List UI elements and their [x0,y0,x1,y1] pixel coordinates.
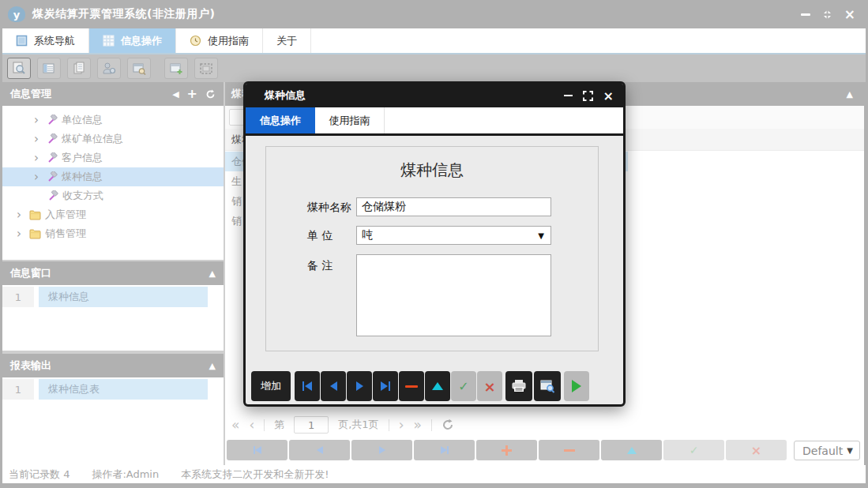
list-item[interactable]: 1 煤种信息 [2,287,224,307]
grid-cell: 销 [231,194,242,208]
record-last-button[interactable] [373,371,398,401]
nav-next-icon [379,446,385,454]
panel-header-info-management[interactable]: 信息管理 ◀ + [2,82,224,106]
tree-item-warehouse-management[interactable]: › 入库管理 [2,205,224,224]
tree-item-label: 煤矿单位信息 [62,132,123,146]
run-button[interactable] [564,371,589,401]
prev-page-icon[interactable]: ‹ [249,419,254,432]
tab-label: 使用指南 [329,114,370,128]
list-item-label: 煤种信息 [39,287,208,307]
record-next-button[interactable] [347,371,372,401]
first-page-icon[interactable]: « [231,419,239,432]
add-icon[interactable]: + [187,89,197,99]
collapse-up-icon[interactable]: ▲ [847,89,853,99]
app-logo-icon: y [8,6,25,22]
folder-icon [29,210,41,220]
dialog-maximize-icon[interactable] [583,91,593,101]
toolbar-copy-pages-button[interactable] [67,58,91,79]
tab-info-operation[interactable]: 信息操作 [89,28,176,53]
add-record-button[interactable] [476,440,537,460]
collapse-left-icon[interactable]: ◀ [172,89,178,99]
minimize-icon[interactable] [801,13,810,16]
dialog-minimize-icon[interactable] [564,95,573,96]
chevron-right-icon[interactable]: › [34,171,43,182]
coal-name-input[interactable] [356,197,551,216]
dialog-close-icon[interactable]: × [603,91,614,101]
tree-item-label: 煤种信息 [62,170,103,184]
dialog-titlebar[interactable]: 煤种信息 × [246,84,623,107]
panel-header-info-windows[interactable]: 信息窗口 ▲ [2,261,224,285]
cancel-button[interactable]: × [477,371,502,401]
divider [431,419,432,431]
note-field-label: 备 注 [307,259,333,273]
find-button[interactable] [534,371,561,401]
nav-prev-button[interactable] [289,440,350,460]
tree-item-unit-info[interactable]: › 单位信息 [2,111,224,130]
nav-next-button[interactable] [351,440,412,460]
page-number-input[interactable] [294,416,329,434]
collapse-up-icon[interactable]: ▲ [209,268,216,279]
window-titlebar: y 煤炭结算开票管理系统(非注册用户) × [0,0,868,28]
name-field-label: 煤种名称 [307,201,351,215]
add-button[interactable]: 增加 [251,371,291,401]
toolbar-user-config-button[interactable] [97,58,121,79]
restore-icon[interactable] [822,9,832,20]
refresh-icon[interactable] [205,89,216,99]
chevron-right-icon[interactable]: › [17,228,25,239]
unit-select[interactable]: 吨 ▼ [356,226,551,245]
tree-item-label: 单位信息 [62,113,103,127]
tree-item-mine-unit-info[interactable]: › 煤矿单位信息 [2,130,224,148]
chevron-right-icon[interactable]: › [34,133,43,145]
last-page-icon[interactable]: » [413,419,421,432]
check-icon: ✓ [458,379,468,394]
list-item-index: 1 [2,379,34,400]
panel-header-report-output[interactable]: 报表输出 ▲ [2,354,224,377]
toolbar-form-grid-button[interactable] [37,58,61,79]
close-icon[interactable]: × [844,9,855,20]
tab-label: 系统导航 [34,34,75,48]
chevron-right-icon[interactable]: › [34,152,43,163]
coal-type-dialog: 煤种信息 × 信息操作 使用指南 煤种信息 煤种名称 单 位 吨 ▼ 备 注 增… [243,81,626,407]
cross-icon: × [483,378,495,395]
dialog-tab-info-operation[interactable]: 信息操作 [246,107,315,133]
view-select[interactable]: Default ▼ [794,441,860,460]
confirm-button[interactable]: ✓ [663,440,724,460]
tree-item-customer-info[interactable]: › 客户信息 [2,148,224,167]
toolbar-selection-frame-button[interactable] [194,58,218,79]
tab-user-guide[interactable]: 使用指南 [176,28,263,53]
nav-first-icon [255,446,261,454]
dialog-tab-user-guide[interactable]: 使用指南 [315,107,385,133]
move-up-button[interactable] [425,371,450,401]
tab-system-nav[interactable]: 系统导航 [2,28,89,53]
plus-icon [502,445,512,456]
nav-first-button[interactable] [227,440,287,460]
tab-about[interactable]: 关于 [263,28,311,53]
cancel-button[interactable]: × [726,440,787,460]
remove-record-button[interactable] [539,440,599,460]
record-prev-button[interactable] [321,371,346,401]
nav-first-icon [305,381,312,391]
toolbar-search-document-button[interactable] [7,58,31,79]
nav-next-icon [356,381,363,391]
record-first-button[interactable] [295,371,320,401]
list-item[interactable]: 1 煤种信息表 [2,379,224,400]
refresh-icon[interactable] [442,419,454,431]
chevron-right-icon[interactable]: › [34,114,43,126]
collapse-up-icon[interactable]: ▲ [209,361,216,371]
toolbar-window-zoom-button[interactable] [127,58,151,79]
chevron-right-icon[interactable]: › [17,209,25,220]
confirm-button[interactable]: ✓ [451,371,476,401]
tree-item-payment-method[interactable]: 收支方式 [2,186,224,205]
nav-last-button[interactable] [414,440,475,460]
folder-icon [29,229,41,239]
toolbar-window-new-button[interactable] [164,58,188,79]
tree-item-coal-type-info[interactable]: › 煤种信息 [2,167,224,186]
print-button[interactable] [505,371,532,401]
delete-record-button[interactable] [399,371,424,401]
note-textarea[interactable] [356,254,551,336]
next-page-icon[interactable]: › [399,419,404,432]
move-up-button[interactable] [601,440,662,460]
tool-icon [47,133,58,145]
tree-item-sales-management[interactable]: › 销售管理 [2,224,224,243]
page-label-suffix: 页,共1页 [338,418,378,432]
